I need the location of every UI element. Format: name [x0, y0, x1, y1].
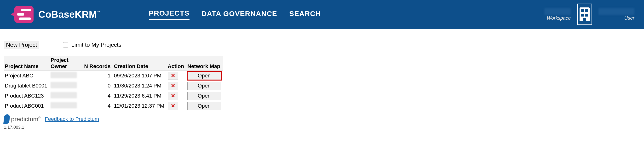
delete-button[interactable]: ✕: [168, 72, 178, 80]
nav-search[interactable]: SEARCH: [289, 10, 321, 19]
x-icon: ✕: [171, 103, 175, 108]
predictum-logo: predictum®: [4, 114, 40, 124]
nav-projects[interactable]: PROJECTS: [149, 9, 190, 20]
open-button[interactable]: Open: [187, 92, 221, 100]
cell-project-owner: [50, 101, 83, 111]
delete-button[interactable]: ✕: [168, 92, 178, 100]
app-header: CoBaseKRM™ PROJECTS DATA GOVERNANCE SEAR…: [0, 0, 644, 29]
cell-action: ✕: [167, 71, 186, 81]
delete-button[interactable]: ✕: [168, 102, 178, 110]
header-right: Workspace User: [544, 4, 634, 25]
cell-creation-date: 09/26/2023 1:07 PM: [113, 71, 166, 81]
open-button[interactable]: Open: [187, 102, 221, 110]
cell-n-records: 4: [83, 91, 113, 101]
content-area: New Project Limit to My Projects Project…: [0, 29, 644, 134]
workspace-block[interactable]: Workspace: [544, 8, 571, 21]
cell-network-map: Open: [186, 91, 223, 101]
cell-n-records: 0: [83, 81, 113, 91]
version-text: 1.17.003.1: [4, 125, 640, 130]
col-project-name[interactable]: Project Name: [4, 56, 50, 71]
table-row: Drug tablet B0001011/30/2023 1:24 PM✕Ope…: [4, 81, 223, 91]
cell-action: ✕: [167, 91, 186, 101]
predictum-text: predictum®: [11, 116, 40, 123]
cell-action: ✕: [167, 101, 186, 111]
toolbar: New Project Limit to My Projects: [4, 41, 640, 49]
cell-creation-date: 11/30/2023 1:24 PM: [113, 81, 166, 91]
cell-project-owner: [50, 71, 83, 81]
user-block[interactable]: User: [598, 8, 634, 21]
cell-action: ✕: [167, 81, 186, 91]
cell-network-map: Open: [186, 101, 223, 111]
brand-name: CoBaseKRM™: [38, 9, 101, 20]
open-button[interactable]: Open: [187, 82, 221, 90]
brand-logo-icon: [14, 6, 34, 23]
cell-creation-date: 12/01/2023 12:37 PM: [113, 101, 166, 111]
workspace-icon[interactable]: [577, 4, 592, 25]
user-label: User: [624, 15, 634, 21]
col-action[interactable]: Action: [167, 56, 186, 71]
building-icon: [580, 8, 590, 21]
x-icon: ✕: [171, 93, 175, 98]
col-creation-date[interactable]: Creation Date: [113, 56, 166, 71]
feedback-link[interactable]: Feedback to Predictum: [45, 116, 99, 122]
cell-project-owner: [50, 81, 83, 91]
cell-network-map: Open: [186, 81, 223, 91]
table-row: Product ABC001412/01/2023 12:37 PM✕Open: [4, 101, 223, 111]
col-network-map[interactable]: Network Map: [186, 56, 223, 71]
cell-project-name: Drug tablet B0001: [4, 81, 50, 91]
cell-creation-date: 11/29/2023 6:41 PM: [113, 91, 166, 101]
limit-to-my-projects[interactable]: Limit to My Projects: [63, 42, 121, 48]
nav-data-governance[interactable]: DATA GOVERNANCE: [202, 10, 277, 19]
x-icon: ✕: [171, 83, 175, 88]
brand: CoBaseKRM™: [14, 6, 101, 23]
new-project-button[interactable]: New Project: [4, 41, 39, 49]
limit-label: Limit to My Projects: [71, 42, 121, 48]
cell-project-name: Product ABC123: [4, 91, 50, 101]
projects-table: Project Name Project Owner N Records Cre…: [4, 56, 223, 111]
footer: predictum® Feedback to Predictum: [4, 114, 640, 124]
table-row: Product ABC123411/29/2023 6:41 PM✕Open: [4, 91, 223, 101]
cell-n-records: 4: [83, 101, 113, 111]
col-project-owner[interactable]: Project Owner: [50, 56, 83, 71]
limit-checkbox[interactable]: [63, 42, 68, 48]
x-icon: ✕: [171, 73, 175, 78]
cell-project-name: Project ABC: [4, 71, 50, 81]
user-name-redacted: [598, 8, 634, 15]
open-button[interactable]: Open: [187, 72, 221, 80]
delete-button[interactable]: ✕: [168, 82, 178, 90]
cell-n-records: 1: [83, 71, 113, 81]
workspace-label: Workspace: [547, 15, 571, 21]
cell-project-owner: [50, 91, 83, 101]
cell-network-map: Open: [186, 71, 223, 81]
main-nav: PROJECTS DATA GOVERNANCE SEARCH: [149, 9, 321, 20]
col-n-records[interactable]: N Records: [83, 56, 113, 71]
cell-project-name: Product ABC001: [4, 101, 50, 111]
workspace-name-redacted: [544, 8, 571, 15]
table-row: Project ABC109/26/2023 1:07 PM✕Open: [4, 71, 223, 81]
predictum-icon: [3, 114, 10, 124]
